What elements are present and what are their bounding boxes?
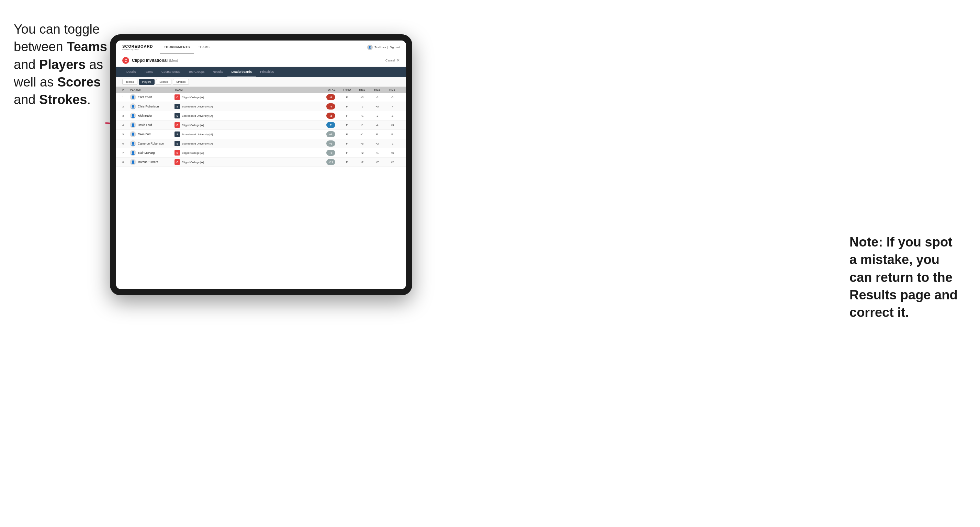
score-badge: -4 [326,103,335,110]
avatar-icon: 👤 [131,105,135,108]
avatar-icon: 👤 [131,123,135,127]
rd2-val: +5 [370,105,385,108]
bold-players: Players [39,57,86,72]
col-thru: THRU [339,88,355,91]
team-cell: S Scoreboard University [A] [175,141,243,146]
avatar-icon: 👤 [131,151,135,155]
col-num: # [122,88,130,91]
rd2-val: +7 [370,161,385,164]
thru-val: F [339,96,355,99]
nav-links: TOURNAMENTS TEAMS [160,41,367,54]
player-name: Rich Butler [138,114,152,117]
tab-leaderboards[interactable]: Leaderboards [228,67,256,77]
logo-text: SCOREBOARD [122,44,153,48]
score-badge: +11 [326,159,335,165]
player-cell: 👤 Rees Britt [130,131,175,137]
tab-details[interactable]: Details [122,67,140,77]
tab-results[interactable]: Results [209,67,228,77]
rd1-val: +1 [355,124,370,127]
row-rank: 5 [122,133,130,136]
rd1-val: +2 [355,161,370,164]
rd3-val: -4 [385,105,400,108]
col-total: TOTAL [322,88,339,91]
rd1-val: -5 [355,105,370,108]
team-logo: S [175,104,180,109]
player-avatar: 👤 [130,103,136,110]
player-name: Cameron Robertson [138,142,164,145]
tab-teams[interactable]: Teams [140,67,158,77]
cancel-button[interactable]: Cancel ✕ [385,58,400,63]
tab-printables[interactable]: Printables [256,67,278,77]
player-cell: 👤 Rich Butler [130,113,175,119]
player-name: Chris Robertson [138,105,159,108]
rd1-val: +1 [355,114,370,117]
thru-val: F [339,133,355,136]
thru-val: F [339,124,355,127]
team-name: Scoreboard University [A] [182,142,213,145]
top-nav: SCOREBOARD Powered by clippd TOURNAMENTS… [116,41,406,54]
score-badge: E [326,122,335,128]
rd3-val: -1 [385,114,400,117]
team-name: Scoreboard University [A] [182,133,213,136]
avatar-icon: 👤 [131,133,135,136]
toggle-strokes-button[interactable]: Strokes [173,79,189,85]
toggle-bar: Teams Players Scores Strokes [116,77,406,87]
team-cell: S Scoreboard University [A] [175,132,243,137]
row-rank: 3 [122,114,130,117]
toggle-teams-button[interactable]: Teams [122,79,137,85]
toggle-scores-button[interactable]: Scores [156,79,172,85]
player-avatar: 👤 [130,122,136,128]
table-row: 5 👤 Rees Britt S Scoreboard University [… [116,130,406,139]
row-rank: 7 [122,151,130,154]
rd2-val: -2 [370,114,385,117]
tab-course-setup[interactable]: Course Setup [158,67,185,77]
table-row: 3 👤 Rich Butler S Scoreboard University … [116,111,406,121]
right-annotation: Note: If you spot a mistake, you can ret… [850,233,966,321]
rd2-val: +2 [370,142,385,145]
player-avatar: 👤 [130,159,136,165]
score-badge: +1 [326,131,335,137]
team-cell: S Scoreboard University [A] [175,104,243,109]
avatar-icon: 👤 [131,114,135,118]
team-logo: S [175,141,180,146]
team-name: Scoreboard University [A] [182,105,213,108]
player-cell: 👤 Blair McHarg [130,150,175,156]
team-cell: C Clippd College [A] [175,94,243,100]
bold-teams: Teams [67,40,107,54]
cancel-x-icon: ✕ [396,58,400,63]
toggle-players-button[interactable]: Players [139,79,155,85]
table-row: 7 👤 Blair McHarg C Clippd College [A] +8… [116,148,406,157]
score-badge: -2 [326,113,335,119]
team-logo: S [175,113,180,119]
tab-tee-groups[interactable]: Tee Groups [185,67,209,77]
table-row: 4 👤 David Ford C Clippd College [A] E F … [116,121,406,130]
bold-strokes: Strokes [39,92,87,107]
sign-out-link[interactable]: Sign out [390,46,400,49]
player-cell: 👤 Chris Robertson [130,103,175,110]
col-team: TEAM [175,88,243,91]
total-cell: +8 [322,150,339,156]
team-logo: S [175,132,180,137]
team-logo: C [175,94,180,100]
table-row: 6 👤 Cameron Robertson S Scoreboard Unive… [116,139,406,148]
rd1-val: +5 [355,142,370,145]
col-player: PLAYER [130,88,175,91]
total-cell: -2 [322,113,339,119]
avatar-icon: 👤 [131,95,135,99]
tournament-subtitle: (Men) [169,59,178,62]
row-rank: 8 [122,161,130,164]
team-name: Clippd College [A] [182,96,204,99]
score-badge: -8 [326,94,335,100]
rd2-val: +1 [370,151,385,154]
nav-tournaments[interactable]: TOURNAMENTS [160,41,194,54]
sub-nav: Details Teams Course Setup Tee Groups Re… [116,67,406,77]
rd3-val: -5 [385,96,400,99]
team-logo: C [175,122,180,128]
nav-teams[interactable]: TEAMS [194,41,214,54]
player-name: Elliot Ebert [138,95,152,99]
avatar-icon: 👤 [131,142,135,146]
thru-val: F [339,142,355,145]
thru-val: F [339,161,355,164]
row-rank: 2 [122,105,130,108]
tournament-logo: C [122,57,129,64]
